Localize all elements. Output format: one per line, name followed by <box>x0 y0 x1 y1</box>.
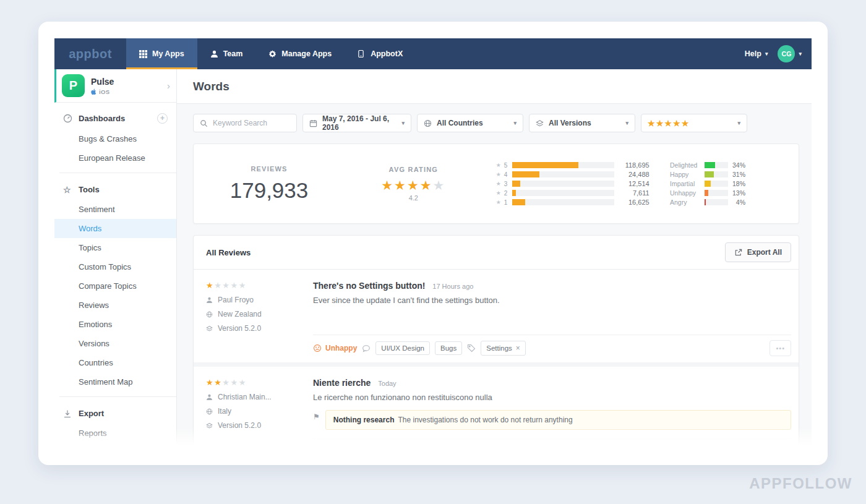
reviews-count: 179,933 <box>207 178 331 203</box>
histogram-bar <box>512 181 520 187</box>
review-tag-row: Impartial ••• <box>313 438 791 448</box>
sidebar-item-emotions[interactable]: Emotions <box>54 315 176 334</box>
star-icon: ★ <box>496 190 501 196</box>
sidebar-item-bugs-crashes[interactable]: Bugs & Crashes <box>54 129 176 148</box>
chevron-down-icon: ▾ <box>737 120 740 126</box>
user-menu[interactable]: CG ▾ <box>778 45 802 62</box>
sentiment-bar <box>705 171 714 177</box>
sidebar-heading-export: Export <box>54 403 176 424</box>
sentiment-row: Unhappy 13% <box>670 189 745 198</box>
sidebar-item-sentiment-map[interactable]: Sentiment Map <box>54 372 176 391</box>
sidebar-item-reports[interactable]: Reports <box>54 424 176 443</box>
review-country: Italy <box>206 407 313 416</box>
sidebar-item-integrations[interactable]: Integrations <box>54 443 176 448</box>
review-meta: ★★★★★ Paul Froyo New Zealand <box>206 281 313 362</box>
sentiment-bar <box>705 181 711 187</box>
histogram-track <box>512 190 614 196</box>
rating-filter[interactable]: ★★★★★ ▾ <box>641 114 747 132</box>
more-actions-button[interactable]: ••• <box>770 444 791 448</box>
sentiment-tag-label: Unhappy <box>325 344 357 352</box>
sidebar-heading-tools: ☆ Tools <box>54 179 176 200</box>
nav-tab-label: Manage Apps <box>281 49 332 58</box>
nav-tabs: My Apps Team Manage Apps <box>126 38 416 69</box>
review-meta: ★★★★★ Christian Main... Italy <box>206 378 313 448</box>
sentiment-row: Impartial 18% <box>670 179 745 189</box>
sidebar-item-versions[interactable]: Versions <box>54 334 176 353</box>
sidebar-heading-label: Tools <box>79 185 100 194</box>
keyword-search-filter[interactable] <box>193 114 297 132</box>
sidebar-item-european-release[interactable]: European Release <box>54 148 176 168</box>
topic-chip[interactable]: Bugs <box>435 341 462 355</box>
sidebar-section-dashboards: Dashboards + Bugs & Crashes European Rel… <box>54 103 176 173</box>
more-actions-button[interactable]: ••• <box>770 340 791 356</box>
histogram-value: 118,695 <box>617 161 650 169</box>
review-separator <box>194 362 799 367</box>
sidebar-item-topics[interactable]: Topics <box>54 238 176 257</box>
tag-chip[interactable]: Settings × <box>481 341 526 356</box>
globe-icon <box>206 311 213 318</box>
avg-rating-stars: ★★★★★ <box>351 178 475 193</box>
sentiment-label: Angry <box>670 199 701 206</box>
nav-tab-manage-apps[interactable]: Manage Apps <box>255 38 345 69</box>
content-area: May 7, 2016 - Jul 6, 2016 ▾ All Countrie… <box>177 104 812 448</box>
main-content: Words <box>177 69 812 448</box>
star-count-label: 1 <box>504 199 509 206</box>
histogram-row: ★4 24,488 <box>496 170 650 179</box>
nav-tab-appbotx[interactable]: AppbotX <box>345 38 416 69</box>
app-selector[interactable]: P Pulse iOS › <box>54 69 176 103</box>
review-time: Today <box>378 380 396 387</box>
star-count-label: 4 <box>504 171 509 178</box>
speech-bubble-icon <box>362 344 371 353</box>
histogram-row: ★5 118,695 <box>496 161 650 170</box>
layers-icon <box>536 119 544 127</box>
chevron-down-icon: ▾ <box>401 120 405 126</box>
help-label: Help <box>745 49 761 58</box>
export-all-button[interactable]: Export All <box>725 242 791 262</box>
date-range-filter[interactable]: May 7, 2016 - Jul 6, 2016 ▾ <box>302 114 411 132</box>
histogram-bar <box>512 190 517 196</box>
sidebar-item-countries[interactable]: Countries <box>54 353 176 372</box>
help-menu[interactable]: Help ▾ <box>745 49 768 58</box>
translation-title: Nothing research <box>333 416 395 424</box>
watermark: APPFOLLOW <box>749 475 852 492</box>
platform-label: iOS <box>99 88 110 95</box>
sentiment-percent: 13% <box>732 189 745 197</box>
topic-chip[interactable]: UI/UX Design <box>375 341 430 355</box>
review-body: There's no Settings button! 17 Hours ago… <box>313 281 791 362</box>
country-name: Italy <box>218 407 231 416</box>
sidebar-item-compare-topics[interactable]: Compare Topics <box>54 276 176 296</box>
sidebar-heading-dashboards: Dashboards + <box>54 108 176 129</box>
versions-filter[interactable]: All Versions ▾ <box>529 114 635 132</box>
star-count-label: 3 <box>504 181 509 187</box>
remove-tag-icon[interactable]: × <box>516 344 520 352</box>
filter-bar: May 7, 2016 - Jul 6, 2016 ▾ All Countrie… <box>193 114 799 132</box>
review-item: ★★★★★ Paul Froyo New Zealand <box>194 270 799 362</box>
version-label: Version 5.2.0 <box>218 324 261 333</box>
pulse-app-icon: P <box>62 74 85 97</box>
app-platform: iOS <box>91 88 114 95</box>
add-dashboard-button[interactable]: + <box>157 113 168 124</box>
sentiment-bar <box>705 190 708 196</box>
sentiment-track <box>705 190 728 196</box>
histogram-value: 16,625 <box>617 199 650 206</box>
phone-icon <box>358 49 366 58</box>
sidebar-item-custom-topics[interactable]: Custom Topics <box>54 257 176 276</box>
search-input[interactable] <box>213 119 290 127</box>
countries-filter[interactable]: All Countries ▾ <box>417 114 523 132</box>
nav-tab-label: My Apps <box>152 49 184 58</box>
sidebar-item-words[interactable]: Words <box>54 219 176 238</box>
sentiment-label: Delighted <box>670 161 701 169</box>
version-label: Version 5.2.0 <box>218 421 261 430</box>
nav-tab-team[interactable]: Team <box>197 38 256 69</box>
sidebar-item-reviews[interactable]: Reviews <box>54 296 176 315</box>
flag-icon: ⚑ <box>313 412 320 421</box>
nav-tab-my-apps[interactable]: My Apps <box>126 38 197 69</box>
layers-icon <box>206 325 213 332</box>
review-version: Version 5.2.0 <box>206 421 313 430</box>
star-count-label: 5 <box>504 162 509 169</box>
histogram-bar <box>512 171 540 177</box>
histogram-value: 12,514 <box>617 180 650 187</box>
sidebar-item-sentiment[interactable]: Sentiment <box>54 200 176 219</box>
sidebar-heading-label: Dashboards <box>79 114 125 123</box>
gauge-icon <box>63 114 73 123</box>
